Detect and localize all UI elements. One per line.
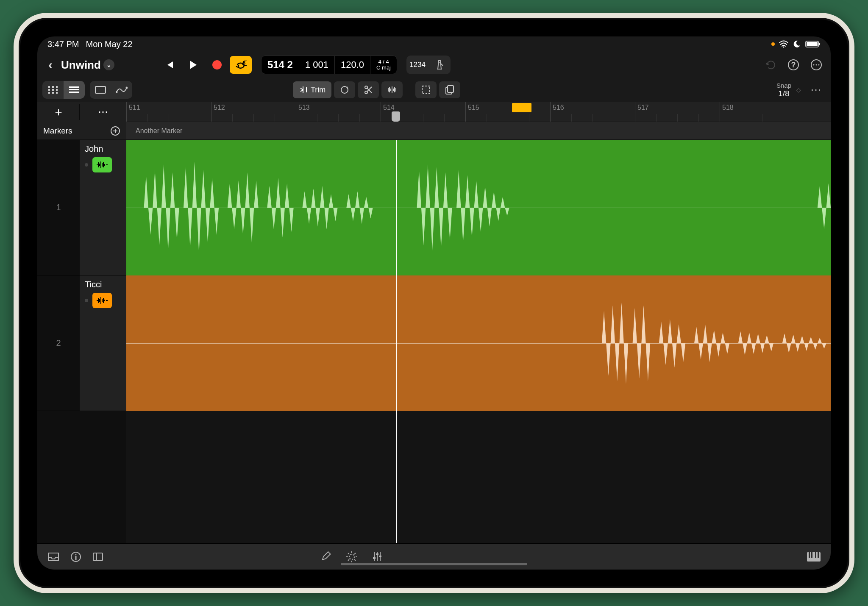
inbox-button[interactable] [47,552,59,562]
svg-line-43 [354,559,356,561]
svg-rect-15 [56,89,58,91]
svg-rect-13 [48,89,50,91]
svg-rect-22 [95,86,106,93]
ruler[interactable]: 511 512 513 514 515 516 517 518 [126,102,831,122]
status-time: 3:47 PM [47,39,79,49]
audio-region[interactable] [126,140,831,275]
svg-rect-56 [818,552,819,558]
svg-line-42 [348,553,349,554]
ruler-tick-label: 514 [383,104,395,111]
svg-rect-34 [75,556,77,560]
region-view-button[interactable] [90,81,111,99]
info-button[interactable] [70,551,81,562]
audio-region[interactable] [126,275,831,411]
status-bar: 3:47 PM Mon May 22 [37,36,831,52]
trim-button[interactable]: Trim [293,81,331,98]
ruler-tick-label: 513 [298,104,310,111]
svg-text:?: ? [791,61,796,69]
play-button[interactable] [182,56,204,74]
metronome-button[interactable] [428,56,451,74]
track-icon[interactable] [92,293,112,308]
help-button[interactable]: ? [787,59,799,71]
add-marker-button[interactable] [110,126,120,136]
display-mode-group: 1234 [406,56,451,74]
ruler-tick-label: 516 [553,104,564,111]
lcd-tempo: 120.0 [341,59,364,70]
mixer-button[interactable] [372,551,382,562]
svg-rect-14 [52,89,54,91]
svg-point-9 [818,64,820,66]
edit-toolbar: Trim Snap 1/8 ◇ ⋯ [37,78,831,102]
list-view-button[interactable] [64,81,85,99]
svg-rect-35 [93,553,103,561]
ruler-tick-label: 512 [214,104,225,111]
ruler-tick-label: 515 [468,104,479,111]
ruler-tick-label: 518 [722,104,734,111]
cycle-region[interactable] [512,103,531,112]
playhead-handle[interactable] [392,111,400,122]
lcd-beat: 1 001 [305,59,328,70]
record-enable-dot[interactable] [85,163,88,167]
project-title-button[interactable]: Unwind ⌄ [61,58,114,72]
svg-point-0 [783,47,785,48]
grid-view-button[interactable] [42,81,64,99]
lcd-position: 514 2 [267,59,293,71]
record-enable-dot[interactable] [85,299,88,302]
project-title-label: Unwind [61,58,101,72]
more-button[interactable] [810,59,822,71]
marker-region[interactable]: Another Marker [126,122,831,139]
ruler-tick-label: 517 [637,104,649,111]
svg-rect-28 [422,86,430,94]
pencil-button[interactable] [321,551,331,561]
count-in-button[interactable]: 1234 [406,56,428,74]
battery-icon [805,40,821,48]
svg-point-33 [75,554,77,555]
copy-button[interactable] [439,81,460,98]
lcd-key: C maj [376,65,391,71]
svg-line-45 [354,553,356,554]
track-options-button[interactable]: ⋯ [80,106,126,118]
cycle-button[interactable] [230,56,252,74]
markers-label: Markers [43,126,72,136]
scissors-button[interactable] [358,81,379,98]
moon-icon [793,40,801,48]
svg-rect-12 [56,86,58,88]
record-button[interactable] [206,56,228,74]
toolbar-more-button[interactable]: ⋯ [806,83,826,97]
track-header[interactable]: 1 John [37,140,126,275]
undo-button[interactable] [765,59,776,70]
svg-rect-20 [69,89,79,90]
workspace: ＋ ⋯ 511 512 513 514 515 516 517 518 [37,102,831,543]
snap-value: 1/8 [778,89,789,98]
svg-line-44 [348,559,349,561]
lcd-timesig: 4 / 4 [376,59,391,65]
loop-tool-button[interactable] [334,81,355,98]
recording-indicator-icon [771,42,775,46]
home-indicator[interactable] [341,563,527,565]
snap-label: Snap [776,82,791,89]
lcd-display[interactable]: 514 2 1 001 120.0 4 / 4 C maj [261,56,397,74]
svg-rect-49 [373,557,376,559]
svg-point-8 [816,64,817,66]
panels-button[interactable] [92,552,103,562]
track-lane-area[interactable] [126,140,831,543]
snap-selector[interactable]: Snap 1/8 [776,82,791,98]
svg-rect-21 [69,92,79,93]
split-button[interactable] [381,81,403,98]
svg-rect-53 [809,552,810,558]
track-icon[interactable] [92,157,112,172]
go-to-start-button[interactable] [159,56,181,74]
svg-point-37 [349,554,354,559]
back-button[interactable]: ‹ [46,58,55,72]
svg-rect-55 [815,552,816,558]
svg-rect-18 [56,92,58,94]
marquee-button[interactable] [415,81,437,98]
track-header[interactable]: 2 Ticci [37,275,126,411]
track-headers: 1 John 2 Ticci [37,140,126,543]
screen: 3:47 PM Mon May 22 ‹ Unwind ⌄ [37,36,831,570]
brightness-button[interactable] [346,551,358,563]
add-track-button[interactable]: ＋ [37,104,80,120]
automation-view-button[interactable] [111,81,132,99]
track-name: John [85,144,121,154]
keyboard-button[interactable] [807,552,821,562]
